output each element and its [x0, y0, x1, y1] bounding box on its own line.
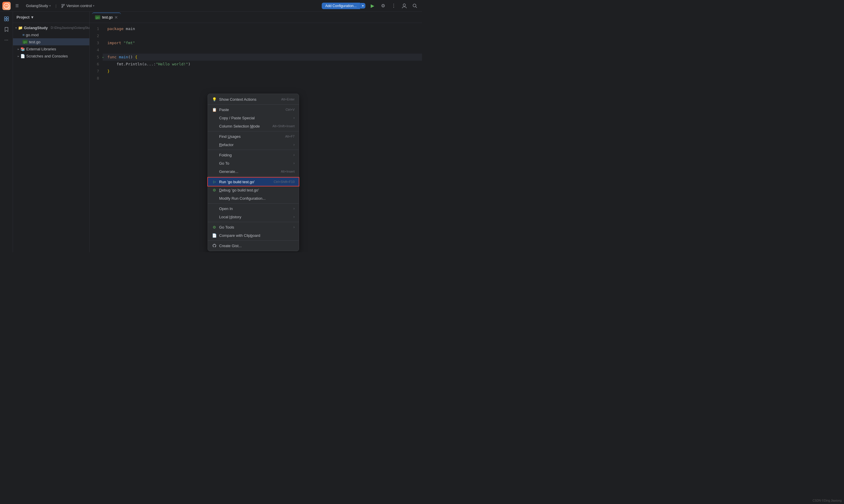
project-tool-button[interactable] — [2, 14, 11, 23]
line-numbers: 1 2 3 4 5 6 7 8 — [90, 23, 103, 252]
column-icon — [212, 124, 217, 128]
project-name: GolangStudy — [26, 3, 48, 8]
ctx-shortcut-paste: Ctrl+V — [286, 108, 295, 111]
ctx-shortcut-find: Alt+F7 — [285, 134, 295, 138]
svg-point-2 — [64, 4, 65, 5]
svg-point-5 — [403, 4, 406, 6]
debug-run-icon[interactable]: ⚙ — [378, 1, 388, 11]
ctx-go-tools[interactable]: ⚙ Go Tools › — [208, 223, 299, 231]
ctx-column-selection[interactable]: Column Selection Mode Alt+Shift+Insert — [208, 122, 299, 130]
svg-rect-9 — [7, 17, 8, 19]
ctx-label-refactor: Refactor — [219, 143, 234, 147]
ctx-label-goto: Go To — [219, 161, 229, 165]
ctx-compare-clipboard[interactable]: 📄 Compare with Clipboard — [208, 231, 299, 239]
vcs-icon — [61, 4, 65, 8]
tab-testgo[interactable]: go test.go ✕ — [92, 13, 121, 22]
open-in-icon — [212, 206, 217, 211]
run-button[interactable]: ▶ — [368, 1, 377, 11]
hamburger-menu-button[interactable]: ☰ — [13, 2, 21, 10]
modify-run-icon — [212, 196, 217, 201]
tab-bar: go test.go ✕ — [90, 12, 422, 23]
user-icon[interactable] — [400, 1, 409, 11]
svg-line-7 — [416, 6, 417, 8]
folder-icon: 📁 — [18, 25, 23, 30]
ctx-shortcut-column: Alt+Shift+Insert — [273, 124, 295, 128]
ctx-label-find-usages: Find Usages — [219, 134, 241, 139]
generate-icon — [212, 169, 217, 174]
run-config-dropdown-button[interactable]: ▾ — [360, 3, 365, 8]
find-icon — [212, 134, 217, 139]
code-line-4 — [103, 47, 422, 54]
open-in-arrow-icon: › — [293, 206, 295, 211]
more-tool-button[interactable]: ··· — [2, 35, 11, 45]
svg-point-6 — [413, 4, 416, 7]
go-file-icon: go — [22, 40, 28, 44]
local-history-icon — [212, 214, 217, 219]
ctx-open-in[interactable]: Open In › — [208, 204, 299, 213]
run-gutter-icon[interactable]: ▶ — [103, 54, 104, 61]
add-configuration-button[interactable]: Add Configuration... — [322, 3, 360, 9]
tree-item-testgo[interactable]: go test.go — [13, 38, 89, 46]
ctx-modify-run[interactable]: Modify Run Configuration... — [208, 194, 299, 202]
titlebar-right: ▶ ⚙ ⋮ — [368, 1, 420, 11]
ctx-label-copy-paste-special: Copy / Paste Special — [219, 116, 255, 120]
compare-icon: 📄 — [212, 233, 217, 238]
ctx-label-modify-run: Modify Run Configuration... — [219, 196, 266, 201]
ctx-label-go-tools: Go Tools — [219, 225, 234, 230]
goto-arrow-icon: › — [293, 161, 295, 165]
library-icon: 📚 — [20, 47, 25, 51]
tree-item-external-libs[interactable]: ▸ 📚 External Libraries — [13, 46, 89, 52]
ctx-label-local-history: Local History — [219, 215, 241, 219]
ctx-show-context-actions[interactable]: 💡 Show Context Actions Alt+Enter — [208, 95, 299, 103]
refactor-arrow-icon: › — [293, 143, 295, 147]
svg-rect-10 — [4, 19, 6, 21]
sidebar: Project ▾ ▾ 📁 GolangStudy D:\DingJiaxion… — [13, 12, 90, 252]
ctx-folding[interactable]: Folding › — [208, 151, 299, 159]
ctx-shortcut-show-context: Alt+Enter — [281, 97, 295, 101]
tab-label: test.go — [102, 15, 113, 19]
vcs-label: Version control — [66, 3, 92, 8]
tree-item-scratches[interactable]: ▸ 📄 Scratches and Consoles — [13, 52, 89, 59]
search-everywhere-button[interactable] — [410, 1, 420, 11]
svg-point-3 — [62, 6, 63, 8]
ctx-label-open-in: Open In — [219, 206, 233, 211]
ctx-paste[interactable]: 📋 Paste Ctrl+V — [208, 106, 299, 114]
project-dropdown[interactable]: GolangStudy ▾ — [23, 2, 53, 9]
ctx-goto[interactable]: Go To › — [208, 159, 299, 167]
bookmarks-tool-button[interactable] — [2, 25, 11, 34]
ctx-label-create-gist: Create Gist... — [219, 244, 242, 248]
tab-close-button[interactable]: ✕ — [115, 15, 118, 19]
titlebar: ☰ GolangStudy ▾ | Version control ▾ Add … — [0, 0, 422, 12]
ctx-copy-paste-special[interactable]: Copy / Paste Special › — [208, 114, 299, 122]
ctx-local-history[interactable]: Local History › — [208, 213, 299, 221]
vcs-button[interactable]: Version control ▾ — [59, 2, 97, 9]
svg-point-1 — [62, 4, 63, 5]
file-tree: ▾ 📁 GolangStudy D:\DingJiaxiong\GolangSt… — [13, 23, 89, 252]
editor-area: go test.go ✕ 1 2 3 4 5 6 7 8 package — [90, 12, 422, 252]
gomod-label: go.mod — [26, 33, 39, 37]
file-icon: ≡ — [22, 33, 25, 37]
run-config-group: Add Configuration... ▾ — [322, 3, 365, 9]
run-play-icon: ▷ — [212, 179, 217, 184]
scratches-icon: 📄 — [20, 54, 25, 58]
tree-item-gomod[interactable]: ≡ go.mod — [13, 31, 89, 38]
ctx-label-folding: Folding — [219, 153, 232, 157]
svg-point-0 — [4, 3, 9, 8]
project-panel-title[interactable]: Project ▾ — [17, 15, 33, 19]
project-label: Project — [17, 15, 30, 19]
code-line-1: package main — [103, 25, 422, 32]
ctx-shortcut-run: Ctrl+Shift+F10 — [274, 180, 295, 183]
ctx-sep-6 — [208, 222, 299, 222]
ctx-run[interactable]: ▷ Run 'go build test.go' Ctrl+Shift+F10 — [208, 178, 299, 186]
ctx-debug[interactable]: ⚙ Debug 'go build test.go' — [208, 186, 299, 194]
project-chevron-icon: ▾ — [31, 15, 33, 19]
ctx-refactor[interactable]: Refactor › — [208, 141, 299, 149]
ctx-label-run: Run 'go build test.go' — [219, 180, 255, 184]
ctx-find-usages[interactable]: Find Usages Alt+F7 — [208, 132, 299, 141]
ctx-create-gist[interactable]: Create Gist... — [208, 241, 299, 250]
copy-paste-icon — [212, 115, 217, 120]
more-actions-button[interactable]: ⋮ — [389, 1, 398, 11]
ctx-generate[interactable]: Generate... Alt+Insert — [208, 167, 299, 176]
tree-item-root[interactable]: ▾ 📁 GolangStudy D:\DingJiaxiong\GolangSt… — [13, 24, 89, 31]
ctx-label-column-selection: Column Selection Mode — [219, 124, 260, 128]
